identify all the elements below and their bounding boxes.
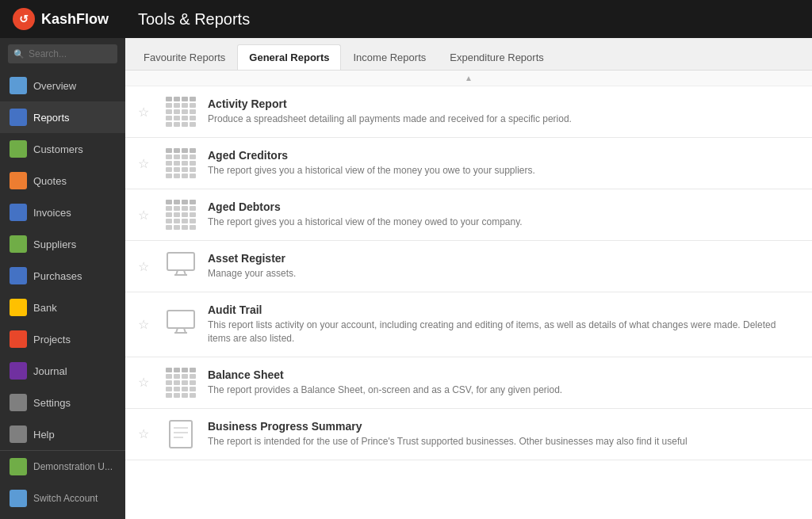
switch-icon: [10, 490, 27, 507]
tab-general[interactable]: General Reports: [237, 44, 341, 70]
report-title-balance-sheet[interactable]: Balance Sheet: [208, 368, 799, 381]
svg-rect-0: [167, 253, 194, 270]
report-thumb-asset-register: [163, 252, 198, 280]
report-item-aged-creditors: ☆ Aged Creditors The report gives you a …: [125, 138, 812, 189]
tabs-container: Favourite ReportsGeneral ReportsIncome R…: [125, 38, 812, 71]
search-icon: 🔍: [13, 49, 25, 59]
report-desc-aged-creditors: The report gives you a historical view o…: [208, 164, 799, 177]
sidebar-label-switch: Switch Account: [33, 493, 98, 504]
sidebar-label-purchases: Purchases: [33, 270, 82, 282]
report-desc-audit-trail: This report lists activity on your accou…: [208, 319, 799, 345]
report-title-aged-creditors[interactable]: Aged Creditors: [208, 149, 799, 162]
purchases-icon: [10, 267, 27, 284]
report-thumb-activity: [163, 97, 198, 126]
sidebar-item-switch[interactable]: Switch Account: [0, 483, 125, 514]
page-title: Tools & Reports: [138, 10, 250, 29]
star-button-aged-creditors[interactable]: ☆: [138, 156, 154, 171]
star-button-balance-sheet[interactable]: ☆: [138, 375, 154, 390]
invoices-icon: [10, 204, 27, 221]
report-text-aged-debtors: Aged Debtors The report gives you a hist…: [208, 200, 799, 229]
report-text-balance-sheet: Balance Sheet The report provides a Bala…: [208, 368, 799, 397]
report-text-aged-creditors: Aged Creditors The report gives you a hi…: [208, 149, 799, 177]
report-thumb-aged-debtors: [163, 200, 198, 229]
sidebar-label-reports: Reports: [33, 112, 70, 124]
sidebar-bottom: Demonstration U... Switch Account Payrol…: [0, 450, 125, 519]
report-desc-balance-sheet: The report provides a Balance Sheet, on-…: [208, 384, 799, 397]
logo-container: ↺ KashFlow: [13, 8, 138, 30]
sidebar-label-bank: Bank: [33, 302, 57, 314]
svg-rect-4: [167, 311, 194, 328]
sidebar-item-demo[interactable]: Demonstration U...: [0, 451, 125, 483]
demo-icon: [10, 458, 27, 475]
main-content: Favourite ReportsGeneral ReportsIncome R…: [125, 38, 812, 519]
tab-favourite[interactable]: Favourite Reports: [132, 44, 237, 70]
sidebar-label-projects: Projects: [33, 334, 71, 345]
report-text-asset-register: Asset Register Manage your assets.: [208, 252, 799, 280]
sidebar-label-overview: Overview: [33, 80, 76, 92]
star-button-audit-trail[interactable]: ☆: [138, 317, 154, 332]
sidebar-item-overview[interactable]: Overview: [0, 70, 125, 101]
report-desc-activity: Produce a spreadsheet detailing all paym…: [208, 113, 799, 126]
sidebar-label-quotes: Quotes: [33, 175, 67, 187]
report-desc-aged-debtors: The report gives you a historical view o…: [208, 216, 799, 229]
bank-icon: [10, 299, 27, 316]
report-desc-business-progress: The report is intended for the use of Pr…: [208, 435, 799, 448]
sidebar-label-demo: Demonstration U...: [33, 461, 113, 472]
sidebar-item-quotes[interactable]: Quotes: [0, 165, 125, 197]
sidebar-item-journal[interactable]: Journal: [0, 355, 125, 387]
topbar: ↺ KashFlow Tools & Reports: [0, 0, 812, 38]
report-thumb-business-progress: [163, 420, 198, 448]
report-desc-asset-register: Manage your assets.: [208, 267, 799, 280]
sidebar-item-bank[interactable]: Bank: [0, 292, 125, 323]
report-title-activity[interactable]: Activity Report: [208, 97, 799, 110]
report-thumb-audit-trail: [163, 310, 198, 338]
report-title-asset-register[interactable]: Asset Register: [208, 252, 799, 265]
scroll-up-indicator[interactable]: ▲: [125, 71, 812, 86]
report-item-activity: ☆ Activity Report Produce a spreadsheet …: [125, 86, 812, 138]
report-title-business-progress[interactable]: Business Progress Summary: [208, 420, 799, 433]
customers-icon: [10, 140, 27, 158]
sidebar: 🔍 Overview Reports Customers Quotes Invo…: [0, 38, 125, 519]
sidebar-label-help: Help: [33, 429, 55, 441]
settings-icon: [10, 394, 27, 411]
sidebar-item-projects[interactable]: Projects: [0, 323, 125, 355]
projects-icon: [10, 330, 27, 348]
sidebar-item-reports[interactable]: Reports: [0, 101, 125, 133]
sidebar-item-settings[interactable]: Settings: [0, 387, 125, 418]
report-item-asset-register: ☆ Asset Register Manage your assets.: [125, 241, 812, 292]
reports-icon: [10, 109, 27, 126]
sidebar-item-suppliers[interactable]: Suppliers: [0, 228, 125, 260]
suppliers-icon: [10, 235, 27, 253]
sidebar-label-suppliers: Suppliers: [33, 239, 76, 250]
quotes-icon: [10, 172, 27, 189]
sidebar-item-invoices[interactable]: Invoices: [0, 197, 125, 228]
monitor-icon: [167, 252, 195, 281]
help-icon: [10, 426, 27, 443]
reports-list: ▲ ☆ Activity Report Produce a spreadshee…: [125, 71, 812, 519]
star-button-aged-debtors[interactable]: ☆: [138, 208, 154, 223]
sidebar-label-journal: Journal: [33, 365, 67, 377]
report-text-audit-trail: Audit Trail This report lists activity o…: [208, 303, 799, 345]
report-item-audit-trail: ☆ Audit Trail This report lists activity…: [125, 292, 812, 357]
sidebar-item-payroll[interactable]: Payroll: [0, 514, 125, 519]
report-thumb-balance-sheet: [163, 368, 198, 397]
tab-income[interactable]: Income Reports: [341, 44, 438, 70]
star-button-activity[interactable]: ☆: [138, 105, 154, 120]
star-button-asset-register[interactable]: ☆: [138, 259, 154, 274]
sidebar-item-purchases[interactable]: Purchases: [0, 260, 125, 292]
sidebar-item-help[interactable]: Help: [0, 418, 125, 450]
report-title-audit-trail[interactable]: Audit Trail: [208, 303, 799, 316]
report-item-aged-debtors: ☆ Aged Debtors The report gives you a hi…: [125, 189, 812, 241]
overview-icon: [10, 77, 27, 94]
report-text-activity: Activity Report Produce a spreadsheet de…: [208, 97, 799, 126]
sidebar-label-invoices: Invoices: [33, 207, 71, 219]
journal-icon: [10, 362, 27, 380]
report-text-business-progress: Business Progress Summary The report is …: [208, 420, 799, 448]
sidebar-item-customers[interactable]: Customers: [0, 133, 125, 165]
report-thumb-aged-creditors: [163, 149, 198, 177]
report-title-aged-debtors[interactable]: Aged Debtors: [208, 200, 799, 213]
report-item-business-progress: ☆ Business Progress Summary The report i…: [125, 409, 812, 460]
tab-expenditure[interactable]: Expenditure Reports: [438, 44, 556, 70]
svg-rect-8: [170, 421, 192, 448]
star-button-business-progress[interactable]: ☆: [138, 426, 154, 441]
